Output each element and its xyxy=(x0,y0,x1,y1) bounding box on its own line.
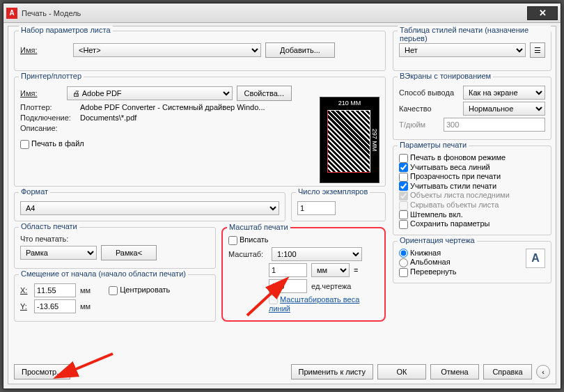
paper-size-select[interactable]: A4 xyxy=(20,201,279,215)
help-button[interactable]: Справка xyxy=(483,364,532,379)
opt-plotstyles-checkbox[interactable]: Учитывать стили печати xyxy=(399,182,496,190)
plot-style-edit-button[interactable]: ☰ xyxy=(530,42,545,58)
cancel-button[interactable]: Отмена xyxy=(430,364,479,379)
offset-y-label: Y: xyxy=(20,302,30,311)
page-setup-group: Набор параметров листа Имя: <Нет> Добави… xyxy=(14,31,386,71)
shade-mode-label: Способ вывода xyxy=(399,88,459,97)
scale-drawing-input[interactable] xyxy=(269,279,307,293)
scale-legend: Масштаб печати xyxy=(227,223,290,231)
connection-label: Подключение: xyxy=(20,113,76,122)
paper-width-label: 210 MM xyxy=(320,100,379,107)
scale-equals: = xyxy=(354,266,358,274)
scale-paper-unit-select[interactable]: мм xyxy=(311,263,350,277)
landscape-radio[interactable]: Альбомная xyxy=(399,258,451,266)
dpi-input xyxy=(444,118,545,132)
opt-background-checkbox[interactable]: Печать в фоновом режиме xyxy=(399,153,506,162)
chevron-left-icon: ‹ xyxy=(542,368,545,376)
shaded-viewport-group: ВЭкраны с тонированием Способ выводаКак … xyxy=(393,77,551,140)
orientation-legend: Ориентация чертежа xyxy=(398,236,477,244)
opt-transparency-checkbox[interactable]: Прозрачность при печати xyxy=(399,172,501,180)
orientation-group: Ориентация чертежа Книжная Альбомная Пер… xyxy=(393,241,551,283)
opt-stamp-checkbox[interactable]: Штемпель вкл. xyxy=(399,210,463,219)
offset-x-unit: мм xyxy=(80,286,91,295)
description-label: Описание: xyxy=(20,124,76,132)
apply-to-layout-button[interactable]: Применить к листу xyxy=(291,364,374,379)
opt-hide-paperspace-checkbox: Скрывать объекты листа xyxy=(399,201,499,209)
offset-x-input[interactable] xyxy=(34,283,76,297)
portrait-radio[interactable]: Книжная xyxy=(399,249,441,257)
pagesetup-name-select[interactable]: <Нет> xyxy=(73,43,261,57)
dialog-body: Набор параметров листа Имя: <Нет> Добави… xyxy=(8,26,556,384)
opt-lineweights-checkbox[interactable]: Учитывать веса линий xyxy=(399,163,490,171)
paper-size-group: Формат A4 xyxy=(14,192,285,221)
paper-preview-page xyxy=(327,110,370,173)
footer: Просмотр... Применить к листу ОК Отмена … xyxy=(14,364,550,379)
what-to-plot-label: Что печатать: xyxy=(20,235,210,243)
print-dialog: A Печать - Модель ✕ Набор параметров лис… xyxy=(3,3,561,389)
offset-y-input[interactable] xyxy=(34,299,76,313)
print-to-file-checkbox[interactable]: Печать в файл xyxy=(20,139,84,149)
page-setup-legend: Набор параметров листа xyxy=(19,26,113,34)
scale-ratio-select[interactable]: 1:100 xyxy=(272,247,362,261)
plot-area-group: Область печати Что печатать: Рамка Рамка… xyxy=(14,227,216,269)
plotter-label: Плоттер: xyxy=(20,103,76,111)
offset-legend: Смещение от начала (начало области печат… xyxy=(19,269,188,278)
shaded-legend: ВЭкраны с тонированием xyxy=(398,72,493,80)
printer-name-label: Имя: xyxy=(20,89,63,97)
dpi-label: Т/дюйм xyxy=(399,120,439,129)
offset-x-label: X: xyxy=(20,286,30,295)
app-logo-icon: A xyxy=(6,8,17,19)
plotter-value: Adobe PDF Converter - Системный драйвер … xyxy=(80,103,265,111)
titlebar: A Печать - Модель ✕ xyxy=(3,3,561,23)
printer-name-select[interactable]: 🖨 Adobe PDF xyxy=(67,86,232,100)
printer-legend: Принтер/плоттер xyxy=(19,72,84,80)
fit-to-paper-checkbox[interactable]: Вписать xyxy=(228,235,269,245)
upside-down-checkbox[interactable]: Перевернуть xyxy=(399,267,457,276)
expand-button[interactable]: ‹ xyxy=(536,365,550,379)
shade-mode-select[interactable]: Как на экране xyxy=(463,86,545,100)
plot-style-legend: Таблица стилей печати (назначение перьев… xyxy=(398,26,551,42)
connection-value: Documents\*.pdf xyxy=(80,113,136,122)
plot-scale-group: Масштаб печати Вписать Масштаб: 1:100 мм… xyxy=(221,227,386,322)
plot-style-select[interactable]: Нет xyxy=(399,43,526,57)
copies-group: Число экземпляров xyxy=(291,192,386,221)
plot-offset-group: Смещение от начала (начало области печат… xyxy=(14,274,216,322)
paper-legend: Формат xyxy=(19,187,50,196)
scale-lineweights-checkbox[interactable]: Масштабировать веса линий xyxy=(269,295,379,313)
window-title: Печать - Модель xyxy=(22,9,527,17)
copies-input[interactable] xyxy=(297,201,336,215)
preview-button[interactable]: Просмотр... xyxy=(14,364,70,379)
printer-group: Принтер/плоттер Имя: 🖨 Adobe PDF Свойств… xyxy=(14,77,386,187)
scale-drawing-unit: ед.чертежа xyxy=(311,282,351,290)
copies-legend: Число экземпляров xyxy=(296,187,370,196)
close-button[interactable]: ✕ xyxy=(527,6,558,20)
center-plot-checkbox[interactable]: Центрировать xyxy=(109,285,170,295)
quality-select[interactable]: Нормальное xyxy=(463,102,545,116)
options-legend: Параметры печати xyxy=(398,141,469,149)
paper-preview: 210 MM 297 MM xyxy=(320,97,379,183)
plot-options-group: Параметры печати Печать в фоновом режиме… xyxy=(393,146,551,235)
offset-y-unit: мм xyxy=(80,302,91,311)
opt-save-changes-checkbox[interactable]: Сохранить параметры xyxy=(399,219,489,228)
paper-height-label: 297 MM xyxy=(371,129,378,152)
scale-paper-input[interactable] xyxy=(269,263,307,277)
pagesetup-name-label: Имя: xyxy=(20,46,69,54)
scale-label: Масштаб: xyxy=(228,250,267,258)
plot-area-legend: Область печати xyxy=(19,222,79,230)
window-button[interactable]: Рамка< xyxy=(101,245,157,260)
ok-button[interactable]: ОК xyxy=(377,364,426,379)
what-to-plot-select[interactable]: Рамка xyxy=(20,246,97,260)
printer-properties-button[interactable]: Свойства... xyxy=(237,86,292,101)
orientation-icon: A xyxy=(526,249,545,268)
quality-label: Качество xyxy=(399,104,459,113)
pagesetup-add-button[interactable]: Добавить... xyxy=(265,42,335,58)
plot-style-group: Таблица стилей печати (назначение перьев… xyxy=(393,31,551,71)
opt-paperspace-last-checkbox: Объекты листа последними xyxy=(399,191,510,199)
